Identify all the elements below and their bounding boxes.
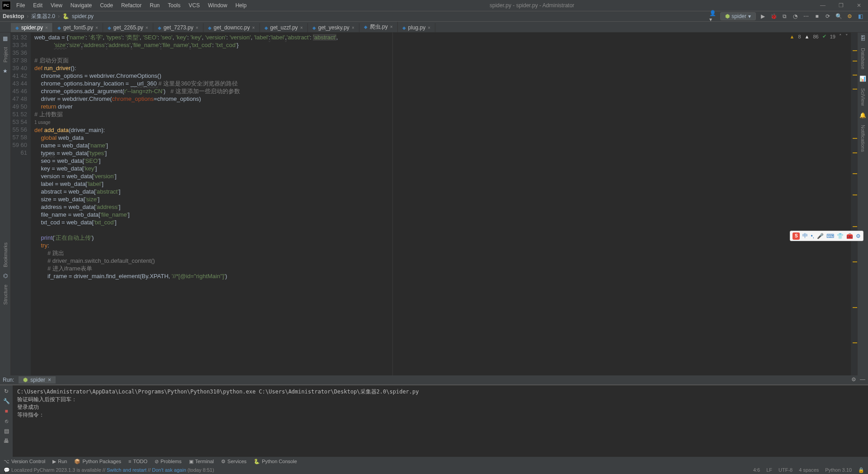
stop-icon[interactable]: ■	[813, 12, 821, 20]
settings-icon[interactable]: ⚙	[845, 12, 854, 20]
tab-python-packages[interactable]: 📦Python Packages	[74, 459, 121, 465]
line-separator[interactable]: LF	[766, 467, 772, 473]
print-icon[interactable]: 🖶	[4, 438, 9, 444]
sciview-tool-icon[interactable]: 📊	[859, 76, 866, 82]
database-tool-icon[interactable]: 🗄	[860, 35, 866, 42]
menu-tools[interactable]: Tools	[164, 1, 184, 10]
close-tab-icon[interactable]: ×	[300, 25, 303, 30]
tab-label: TODO	[133, 459, 147, 464]
ime-keyboard-icon[interactable]: ⌨	[826, 233, 834, 239]
run-icon[interactable]: ▶	[759, 12, 767, 20]
wrench-icon[interactable]: 🔧	[3, 398, 10, 404]
lock-icon[interactable]: 🔒	[858, 467, 864, 473]
structure-tool-label[interactable]: Structure	[3, 284, 8, 305]
cursor-position[interactable]: 4:6	[753, 467, 760, 473]
close-tab-icon[interactable]: ×	[196, 25, 198, 30]
close-icon[interactable]: ✕	[850, 2, 868, 9]
search-icon[interactable]: 🔍	[835, 12, 843, 20]
tab-get-7273[interactable]: ◆get_7273.py×	[153, 23, 203, 32]
tab-get-font5[interactable]: ◆get_font5.py×	[53, 23, 103, 32]
minimize-icon[interactable]: —	[814, 2, 832, 9]
tab-run[interactable]: ▶Run	[52, 459, 67, 465]
close-tab-icon[interactable]: ×	[252, 25, 255, 30]
bookmarks-tool-icon[interactable]: ★	[3, 68, 8, 74]
code-editor[interactable]: ▲8 ▲86 ✔19 ˄ ˅ 31 32 33 34 35 36 37 38 3…	[11, 33, 857, 384]
tab-get-downcc[interactable]: ◆get_downcc.py×	[203, 23, 260, 32]
notification-icon[interactable]: 💬	[4, 467, 10, 473]
profile-icon[interactable]: ◔	[791, 12, 799, 20]
indent-info[interactable]: 4 spaces	[799, 467, 819, 473]
close-tab-icon[interactable]: ×	[390, 24, 393, 29]
structure-tool-icon[interactable]: ⌬	[3, 273, 8, 279]
tab-plug[interactable]: ◆plug.py×	[398, 23, 436, 32]
ime-punct-icon[interactable]: •,	[811, 233, 814, 239]
close-tab-icon[interactable]: ×	[95, 25, 98, 30]
ime-settings-icon[interactable]: ⚙	[856, 233, 861, 239]
coverage-icon[interactable]: ⧉	[780, 12, 788, 20]
project-tool-icon[interactable]: ▦	[3, 35, 8, 42]
dont-ask-link[interactable]: Don't ask again	[152, 467, 186, 473]
console-output[interactable]: C:\Users\Administrator\AppData\Local\Pro…	[13, 385, 868, 457]
interpreter-info[interactable]: Python 3.10	[825, 467, 852, 473]
ime-toolbox-icon[interactable]: 🧰	[846, 233, 853, 239]
database-tool-label[interactable]: Database	[860, 48, 866, 69]
rerun-icon[interactable]: ↻	[4, 388, 9, 394]
sciview-tool-label[interactable]: SciView	[860, 88, 866, 106]
exit-icon[interactable]: ⎋	[5, 418, 8, 424]
menu-help[interactable]: Help	[232, 1, 250, 10]
vcs-update-icon[interactable]: ⟳	[824, 12, 832, 20]
menu-code[interactable]: Code	[96, 1, 117, 10]
tab-spider-cn[interactable]: ◆爬虫.py×	[359, 22, 398, 32]
layout-icon[interactable]: ▤	[4, 428, 9, 434]
ime-toolbar[interactable]: S 中 •, 🎤 ⌨ 👕 🧰 ⚙	[790, 231, 863, 241]
code-area[interactable]: web_data = {'name': '名字', 'types': '类型',…	[31, 33, 851, 384]
tab-get-uzzf[interactable]: ◆get_uzzf.py×	[260, 23, 308, 32]
tab-version-control[interactable]: ⌥Version Control	[4, 459, 45, 465]
breadcrumb-project[interactable]: 采集器2.0	[31, 13, 55, 20]
more-run-icon[interactable]: ⋯	[802, 12, 810, 20]
tab-python-console[interactable]: 🐍Python Console	[254, 459, 297, 465]
menu-window[interactable]: Window	[204, 1, 231, 10]
breadcrumb-root[interactable]: Desktop	[3, 13, 24, 19]
run-config-selector[interactable]: ⬢ spider ▾	[720, 12, 756, 20]
menu-view[interactable]: View	[47, 1, 66, 10]
close-tab-icon[interactable]: ×	[352, 25, 354, 30]
package-icon: 📦	[74, 459, 80, 465]
menu-refactor[interactable]: Refactor	[118, 1, 145, 10]
user-icon[interactable]: 👤▾	[709, 12, 717, 20]
tab-spider[interactable]: ◆spider.py×	[11, 23, 53, 32]
ime-skin-icon[interactable]: 👕	[837, 233, 844, 239]
tab-todo[interactable]: ≡TODO	[128, 459, 147, 464]
menu-vcs[interactable]: VCS	[185, 1, 203, 10]
maximize-icon[interactable]: ❐	[832, 2, 850, 9]
run-tab[interactable]: ⬢ spider ×	[19, 376, 56, 384]
ime-lang-icon[interactable]: 中	[802, 232, 808, 240]
tab-services[interactable]: ⚙Services	[221, 459, 246, 465]
close-tab-icon[interactable]: ×	[428, 25, 430, 30]
close-tab-icon[interactable]: ×	[45, 25, 48, 30]
menu-edit[interactable]: Edit	[29, 1, 46, 10]
bookmarks-tool-label[interactable]: Bookmarks	[3, 242, 8, 267]
breadcrumb-file[interactable]: spider.py	[72, 13, 94, 19]
close-tab-icon[interactable]: ×	[48, 377, 51, 383]
stop-icon[interactable]: ■	[5, 408, 8, 414]
minimize-tool-icon[interactable]: —	[860, 376, 865, 383]
tab-terminal[interactable]: ▣Terminal	[189, 459, 214, 465]
notifications-tool-label[interactable]: Notifications	[860, 125, 866, 152]
project-tool-label[interactable]: Project	[3, 47, 8, 62]
tab-get-yesky[interactable]: ◆get_yesky.py×	[308, 23, 359, 32]
error-stripe[interactable]	[851, 33, 857, 384]
switch-restart-link[interactable]: Switch and restart	[107, 467, 146, 473]
tab-problems[interactable]: ⊘Problems	[155, 459, 181, 465]
debug-icon[interactable]: 🐞	[769, 12, 778, 20]
menu-file[interactable]: File	[13, 1, 28, 10]
file-encoding[interactable]: UTF-8	[778, 467, 793, 473]
gear-icon[interactable]: ⚙	[851, 376, 856, 383]
ime-mic-icon[interactable]: 🎤	[817, 233, 824, 239]
close-tab-icon[interactable]: ×	[146, 25, 148, 30]
menu-run[interactable]: Run	[146, 1, 163, 10]
menu-navigate[interactable]: Navigate	[67, 1, 95, 10]
tab-get-2265[interactable]: ◆get_2265.py×	[103, 23, 153, 32]
tool-window-icon[interactable]: ◧	[856, 12, 864, 20]
notifications-tool-icon[interactable]: 🔔	[859, 112, 866, 118]
